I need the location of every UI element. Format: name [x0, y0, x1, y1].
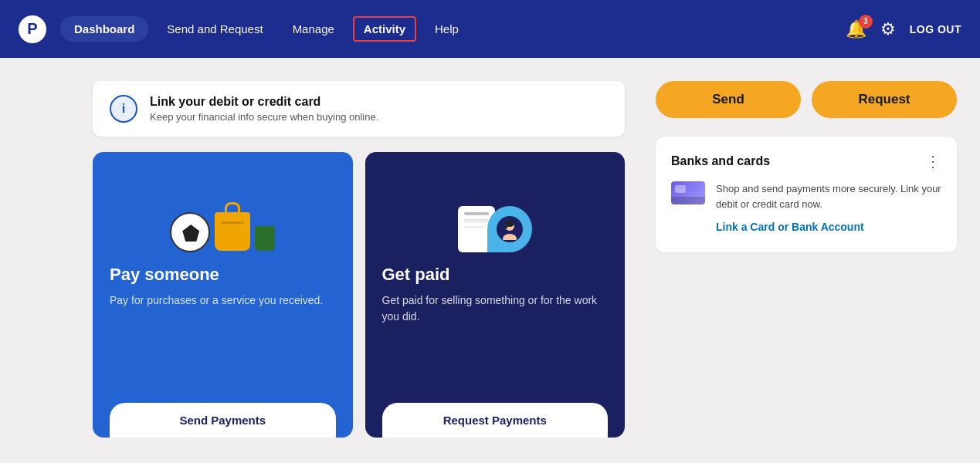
banks-body: Shop and send payments more securely. Li… [671, 181, 941, 234]
left-panel: i Link your debit or credit card Keep yo… [93, 81, 625, 463]
banks-title: Banks and cards [671, 154, 770, 168]
settings-gear-icon[interactable]: ⚙ [880, 19, 896, 39]
help-nav-item[interactable]: Help [424, 16, 470, 42]
info-text: Link your debit or credit card Keep your… [150, 95, 378, 123]
more-options-icon[interactable]: ⋮ [925, 152, 941, 171]
get-paid-card-title: Get paid [382, 265, 609, 285]
pay-illustration [110, 167, 336, 252]
banks-desc: Shop and send payments more securely. Li… [716, 181, 941, 211]
avatar-person-icon [497, 216, 523, 242]
get-paid-card-desc: Get paid for selling something or for th… [382, 292, 609, 387]
request-button[interactable]: Request [812, 81, 957, 118]
nav-right-actions: 🔔 3 ⚙ LOG OUT [846, 19, 961, 39]
bank-card-icon [671, 181, 705, 204]
logout-button[interactable]: LOG OUT [910, 23, 961, 35]
get-paid-illustration [382, 167, 609, 252]
right-panel: Send Request Banks and cards ⋮ Shop and … [656, 81, 957, 463]
info-card: i Link your debit or credit card Keep yo… [93, 81, 625, 137]
banks-text: Shop and send payments more securely. Li… [716, 181, 941, 234]
main-container: i Link your debit or credit card Keep yo… [0, 58, 980, 463]
paypal-logo: P [19, 15, 46, 43]
pay-card-desc: Pay for purchases or a service you recei… [110, 292, 336, 387]
send-button[interactable]: Send [656, 81, 801, 118]
pay-card-title: Pay someone [110, 265, 336, 285]
get-paid-card-btn-wrap: Request Payments [382, 387, 609, 438]
banks-header: Banks and cards ⋮ [671, 152, 941, 171]
link-card-bank-link[interactable]: Link a Card or Bank Account [716, 221, 864, 233]
svg-rect-3 [505, 225, 507, 228]
feature-cards-row: Pay someone Pay for purchases or a servi… [93, 152, 625, 438]
dashboard-nav-item[interactable]: Dashboard [60, 16, 148, 42]
pay-card-btn-wrap: Send Payments [110, 387, 336, 438]
info-card-subtitle: Keep your financial info secure when buy… [150, 111, 378, 123]
banks-and-cards-section: Banks and cards ⋮ Shop and send payments… [656, 137, 957, 252]
manage-nav-item[interactable]: Manage [282, 16, 345, 42]
get-paid-card[interactable]: Get paid Get paid for selling something … [365, 152, 626, 438]
activity-nav-item[interactable]: Activity [353, 16, 416, 42]
chat-illustration [458, 206, 532, 252]
action-buttons: Send Request [656, 81, 957, 118]
svg-point-1 [503, 234, 517, 240]
navbar: P Dashboard Send and Request Manage Acti… [0, 0, 980, 58]
send-request-nav-item[interactable]: Send and Request [156, 16, 273, 42]
request-payments-button[interactable]: Request Payments [382, 403, 609, 438]
notification-badge: 3 [859, 15, 873, 29]
notification-bell-wrap: 🔔 3 [846, 19, 866, 39]
chat-bubble-icon [487, 206, 532, 252]
send-payments-button[interactable]: Send Payments [110, 403, 336, 438]
pay-someone-card[interactable]: Pay someone Pay for purchases or a servi… [93, 152, 353, 438]
info-card-title: Link your debit or credit card [150, 95, 378, 109]
info-icon: i [110, 95, 137, 123]
